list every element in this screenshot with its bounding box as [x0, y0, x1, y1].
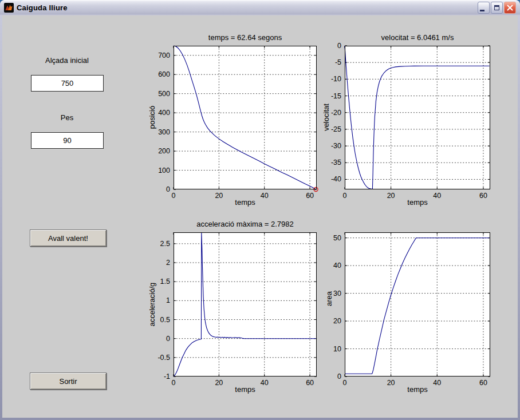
- svg-text:300: 300: [158, 128, 170, 136]
- alcada-inicial-label: Alçada inicial: [14, 56, 120, 65]
- svg-text:0: 0: [337, 373, 341, 381]
- minimize-button[interactable]: [478, 2, 490, 14]
- svg-text:500: 500: [158, 90, 170, 98]
- plot-acceleracio-title: acceleració màxima = 2.7982: [174, 220, 317, 228]
- svg-text:10: 10: [333, 345, 341, 353]
- plot-acceleracio-xlabel: temps: [174, 385, 317, 394]
- svg-text:-1: -1: [164, 373, 170, 381]
- plot-acceleracio-ylabel: acceleració/g: [148, 270, 157, 339]
- svg-text:700: 700: [158, 51, 170, 60]
- close-icon: [507, 5, 513, 11]
- titlebar[interactable]: Caiguda lliure: [0, 0, 520, 15]
- plot-acceleracio-axes: 0204060-1-0.500.511.522.5: [174, 232, 317, 377]
- matlab-icon: [4, 3, 14, 13]
- plot-posicio-title: temps = 62.64 segons: [174, 33, 317, 42]
- svg-text:50: 50: [333, 234, 341, 242]
- svg-text:2.5: 2.5: [160, 240, 170, 248]
- plot-area-xlabel: temps: [345, 385, 490, 394]
- svg-text:-0.5: -0.5: [157, 354, 170, 362]
- svg-text:400: 400: [158, 109, 170, 117]
- matlab-figure-window: Caiguda lliure Alçada inicial Pes Avall …: [0, 0, 520, 420]
- svg-text:100: 100: [158, 167, 170, 175]
- svg-text:0: 0: [166, 335, 170, 343]
- svg-text:1: 1: [166, 296, 170, 304]
- maximize-icon: [494, 5, 499, 10]
- plot-posicio-ylabel: posició: [148, 83, 157, 152]
- maximize-button[interactable]: [491, 2, 503, 14]
- svg-text:-5: -5: [335, 58, 341, 66]
- svg-text:30: 30: [333, 290, 341, 298]
- svg-text:0: 0: [337, 42, 341, 50]
- avall-valent-button[interactable]: Avall valent!: [30, 229, 107, 247]
- svg-text:-40: -40: [331, 175, 341, 183]
- svg-text:0: 0: [166, 185, 170, 193]
- plot-velocitat-ylabel: velocitat: [322, 83, 331, 152]
- svg-text:200: 200: [158, 147, 170, 155]
- svg-text:-30: -30: [331, 142, 341, 150]
- svg-text:-25: -25: [331, 125, 341, 133]
- svg-text:20: 20: [333, 317, 341, 325]
- svg-text:-35: -35: [331, 159, 341, 167]
- close-button[interactable]: [504, 2, 516, 14]
- svg-text:1.5: 1.5: [160, 278, 170, 286]
- svg-text:-20: -20: [331, 109, 341, 117]
- sortir-button[interactable]: Sortir: [30, 373, 107, 390]
- plot-posicio-xlabel: temps: [174, 198, 317, 207]
- plot-area-axes: 020406001020304050: [345, 232, 490, 377]
- plot-posicio-axes: 02040600100200300400500600700: [174, 46, 317, 189]
- window-title: Caiguda lliure: [17, 3, 68, 12]
- svg-text:-10: -10: [331, 75, 341, 83]
- svg-text:600: 600: [158, 70, 170, 78]
- minimize-icon: [480, 10, 484, 11]
- alcada-inicial-input[interactable]: [31, 75, 104, 92]
- svg-text:-15: -15: [331, 92, 341, 100]
- pes-input[interactable]: [31, 132, 104, 149]
- svg-text:40: 40: [333, 261, 341, 270]
- plot-velocitat-axes: 02040600-5-10-15-20-25-30-35-40: [345, 46, 490, 189]
- figure-canvas: Alçada inicial Pes Avall valent! Sortir …: [2, 15, 518, 418]
- svg-text:0.5: 0.5: [160, 316, 170, 324]
- plot-area-ylabel: area: [325, 264, 334, 333]
- svg-text:2: 2: [166, 259, 170, 267]
- plot-velocitat-title: velocitat = 6.0461 m/s: [345, 33, 490, 42]
- pes-label: Pes: [14, 113, 120, 122]
- plot-velocitat-xlabel: temps: [345, 198, 490, 207]
